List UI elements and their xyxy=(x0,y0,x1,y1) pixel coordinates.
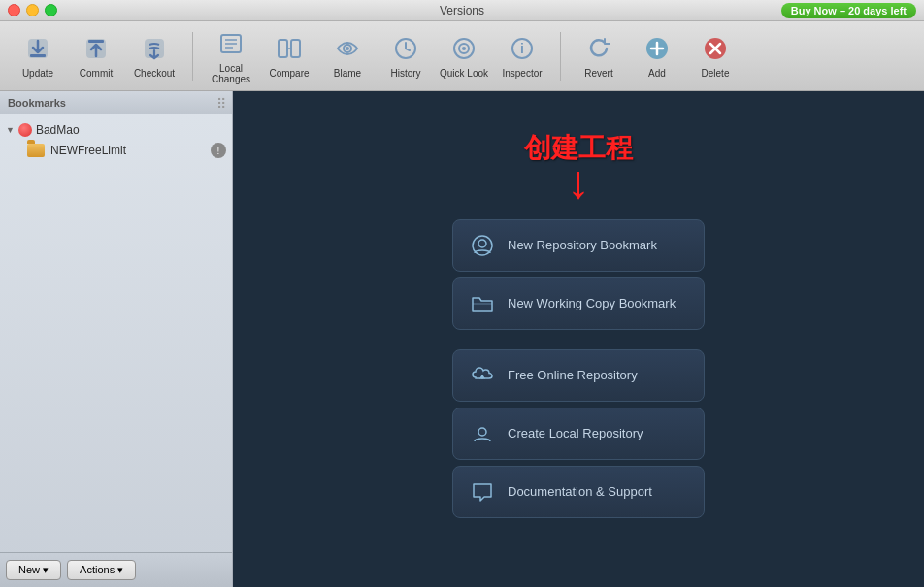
revert-button[interactable]: Revert xyxy=(571,26,627,86)
blame-label: Blame xyxy=(334,68,361,79)
window-controls xyxy=(8,4,57,16)
local-changes-label: Local Changes xyxy=(203,63,259,84)
group-status-icon xyxy=(18,123,32,137)
new-working-copy-button[interactable]: New Working Copy Bookmark xyxy=(452,277,705,330)
chat-icon xyxy=(469,478,496,505)
annotation-arrow: ↓ xyxy=(567,159,590,206)
toolbar-sep-1 xyxy=(192,32,193,81)
checkout-button[interactable]: Checkout xyxy=(126,26,182,86)
triangle-icon: ▼ xyxy=(6,125,15,135)
docs-support-button[interactable]: Documentation & Support xyxy=(452,466,705,518)
cloud-icon xyxy=(469,362,496,389)
create-local-repo-label: Create Local Repository xyxy=(508,426,643,440)
history-label: History xyxy=(390,68,420,79)
sidebar-header: Bookmarks ⠿ xyxy=(0,91,232,114)
compare-button[interactable]: Compare xyxy=(261,26,317,86)
buy-now-button[interactable]: Buy Now – 20 days left xyxy=(781,3,916,18)
commit-button[interactable]: Commit xyxy=(68,26,124,86)
svg-rect-9 xyxy=(279,40,287,57)
blame-icon xyxy=(332,33,363,64)
checkout-label: Checkout xyxy=(134,68,175,79)
sidebar-title: Bookmarks xyxy=(8,97,66,109)
sidebar: Bookmarks ⠿ ▼ BadMao NEWFreeLimit ! New … xyxy=(0,91,233,587)
update-button[interactable]: Update xyxy=(10,26,66,86)
inspector-button[interactable]: i Inspector xyxy=(494,26,550,86)
update-label: Update xyxy=(22,68,53,79)
toolbar-center-group: Local Changes Compare Blame xyxy=(203,26,550,86)
svg-rect-10 xyxy=(291,40,300,57)
toolbar-sep-2 xyxy=(560,32,561,81)
add-icon xyxy=(642,33,673,64)
toolbar: Update Commit Checkout xyxy=(0,21,924,91)
commit-label: Commit xyxy=(80,68,113,79)
svg-point-26 xyxy=(478,240,486,247)
svg-point-12 xyxy=(346,47,349,50)
blame-button[interactable]: Blame xyxy=(319,26,376,86)
compare-icon xyxy=(274,33,305,64)
delete-icon xyxy=(700,33,731,64)
commit-icon xyxy=(81,33,112,64)
inspector-icon: i xyxy=(507,33,538,64)
history-button[interactable]: History xyxy=(378,26,434,86)
delete-label: Delete xyxy=(702,68,730,79)
svg-point-16 xyxy=(462,47,466,50)
buttons-separator xyxy=(452,336,705,343)
folder-open-icon xyxy=(469,290,496,317)
add-button[interactable]: Add xyxy=(629,26,685,86)
quick-look-button[interactable]: Quick Look xyxy=(436,26,492,86)
docs-support-label: Documentation & Support xyxy=(508,484,652,499)
revert-icon xyxy=(583,33,614,64)
quick-look-label: Quick Look xyxy=(440,68,488,79)
sidebar-content: ▼ BadMao NEWFreeLimit ! xyxy=(0,114,232,552)
group-label: BadMao xyxy=(36,123,80,137)
minimize-button[interactable] xyxy=(26,4,39,16)
item-info-icon: ! xyxy=(211,143,226,158)
compare-label: Compare xyxy=(269,68,309,79)
folder-icon xyxy=(27,144,45,157)
svg-rect-3 xyxy=(88,40,104,43)
action-buttons-container: New Repository Bookmark New Working Copy… xyxy=(452,219,705,518)
free-online-repo-label: Free Online Repository xyxy=(508,368,638,382)
svg-text:i: i xyxy=(520,41,524,56)
history-icon xyxy=(390,33,421,64)
local-changes-icon xyxy=(215,28,247,59)
close-button[interactable] xyxy=(8,4,20,16)
revert-label: Revert xyxy=(584,68,612,79)
checkout-icon xyxy=(139,33,170,64)
new-repo-bookmark-label: New Repository Bookmark xyxy=(508,238,657,252)
repo-icon xyxy=(469,232,496,259)
quick-look-icon xyxy=(448,33,479,64)
sidebar-resize-handle[interactable]: ⠿ xyxy=(216,96,224,110)
sidebar-group-header[interactable]: ▼ BadMao xyxy=(0,120,232,140)
inspector-label: Inspector xyxy=(502,68,542,79)
svg-point-27 xyxy=(478,428,486,436)
svg-rect-1 xyxy=(30,54,46,57)
delete-button[interactable]: Delete xyxy=(687,26,743,86)
new-button[interactable]: New ▾ xyxy=(6,560,61,580)
toolbar-right-group: Revert Add Delete xyxy=(571,26,743,86)
maximize-button[interactable] xyxy=(45,4,57,16)
sidebar-item-newfree[interactable]: NEWFreeLimit ! xyxy=(0,140,232,161)
toolbar-left-group: Update Commit Checkout xyxy=(10,26,182,86)
update-icon xyxy=(22,33,53,64)
new-working-copy-label: New Working Copy Bookmark xyxy=(508,296,676,310)
item-label: NEWFreeLimit xyxy=(50,144,126,157)
new-repo-bookmark-button[interactable]: New Repository Bookmark xyxy=(452,219,705,272)
sidebar-footer: New ▾ Actions ▾ xyxy=(0,552,232,587)
free-online-repo-button[interactable]: Free Online Repository xyxy=(452,349,705,402)
annotation: 创建工程 ↓ xyxy=(524,130,633,206)
main-area: Bookmarks ⠿ ▼ BadMao NEWFreeLimit ! New … xyxy=(0,91,924,587)
titlebar: Versions Buy Now – 20 days left xyxy=(0,0,924,21)
local-changes-button[interactable]: Local Changes xyxy=(203,26,259,86)
window-title: Versions xyxy=(440,4,484,17)
content-area: 创建工程 ↓ New Repository Bookmark xyxy=(233,91,924,587)
sidebar-group-badmao: ▼ BadMao NEWFreeLimit ! xyxy=(0,120,232,161)
add-label: Add xyxy=(648,68,666,79)
create-local-repo-button[interactable]: Create Local Repository xyxy=(452,408,705,460)
actions-button[interactable]: Actions ▾ xyxy=(67,560,136,580)
local-repo-icon xyxy=(469,420,496,447)
